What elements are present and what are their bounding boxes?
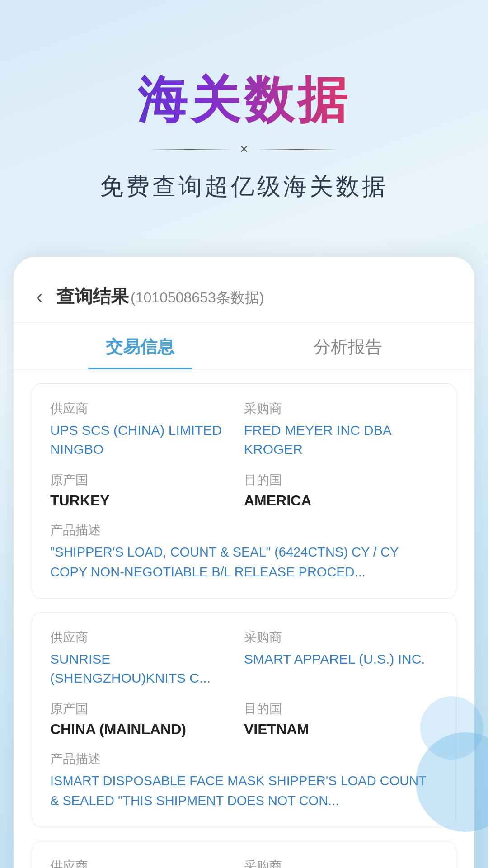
supplier-label-2: 供应商 [50, 629, 244, 646]
record-row-origin-dest-1: 原产国 TURKEY 目的国 AMERICA [50, 472, 438, 509]
product-row-1: 产品描述 "SHIPPER'S LOAD, COUNT & SEAL" (642… [50, 522, 438, 582]
buyer-col-1: 采购商 FRED MEYER INC DBA KROGER [244, 400, 438, 459]
record-card-2[interactable]: 供应商 SUNRISE (SHENGZHOU)KNITS C... 采购商 SM… [32, 612, 456, 827]
divider-left [150, 149, 231, 150]
supplier-value-2: SUNRISE (SHENGZHOU)KNITS C... [50, 650, 244, 688]
supplier-label-1: 供应商 [50, 400, 244, 417]
buyer-label-2: 采购商 [244, 629, 438, 646]
destination-label-1: 目的国 [244, 472, 438, 489]
record-card-1[interactable]: 供应商 UPS SCS (CHINA) LIMITED NINGBO 采购商 F… [32, 383, 456, 599]
origin-value-1: TURKEY [50, 492, 244, 509]
divider-row: × [27, 141, 461, 157]
origin-col-1: 原产国 TURKEY [50, 472, 244, 509]
destination-value-1: AMERICA [244, 492, 438, 509]
tab-analysis[interactable]: 分析报告 [244, 323, 452, 369]
buyer-value-1: FRED MEYER INC DBA KROGER [244, 421, 438, 459]
product-value-2: ISMART DISPOSABLE FACE MASK SHIPPER'S LO… [50, 771, 438, 811]
record-card-3[interactable]: 供应商 ACROSS LOGISTICS (SHENZHEN) LIMITED … [32, 841, 456, 868]
buyer-value-2: SMART APPAREL (U.S.) INC. [244, 650, 438, 669]
record-row-origin-dest-2: 原产国 CHINA (MAINLAND) 目的国 VIETNAM [50, 700, 438, 738]
buyer-col-3: 采购商 AMS CONTAINER [244, 858, 438, 868]
origin-value-2: CHINA (MAINLAND) [50, 721, 244, 738]
tab-trade[interactable]: 交易信息 [36, 323, 244, 369]
tabs-row: 交易信息 分析报告 [14, 323, 474, 370]
destination-col-2: 目的国 VIETNAM [244, 700, 438, 738]
record-row-supplier-buyer-2: 供应商 SUNRISE (SHENGZHOU)KNITS C... 采购商 SM… [50, 629, 438, 688]
record-row-supplier-buyer-3: 供应商 ACROSS LOGISTICS (SHENZHEN) LIMITED … [50, 858, 438, 868]
origin-col-2: 原产国 CHINA (MAINLAND) [50, 700, 244, 738]
supplier-col-1: 供应商 UPS SCS (CHINA) LIMITED NINGBO [50, 400, 244, 459]
divider-right [257, 149, 338, 150]
record-row-supplier-buyer-1: 供应商 UPS SCS (CHINA) LIMITED NINGBO 采购商 F… [50, 400, 438, 459]
supplier-col-3: 供应商 ACROSS LOGISTICS (SHENZHEN) LIMITED [50, 858, 244, 868]
origin-label-2: 原产国 [50, 700, 244, 717]
buyer-col-2: 采购商 SMART APPAREL (U.S.) INC. [244, 629, 438, 688]
query-title: 查询结果 [56, 286, 129, 306]
divider-x: × [240, 141, 249, 157]
subtitle: 免费查询超亿级海关数据 [27, 171, 461, 203]
query-title-group: 查询结果 (1010508653条数据) [56, 284, 264, 309]
origin-label-1: 原产国 [50, 472, 244, 489]
buyer-label-3: 采购商 [244, 858, 438, 868]
destination-label-2: 目的国 [244, 700, 438, 717]
product-label-2: 产品描述 [50, 750, 438, 768]
supplier-label-3: 供应商 [50, 858, 244, 868]
query-count: (1010508653条数据) [131, 289, 264, 306]
main-title: 海关数据 [27, 72, 461, 127]
product-value-1: "SHIPPER'S LOAD, COUNT & SEAL" (6424CTNS… [50, 542, 438, 582]
back-button[interactable]: ‹ [36, 287, 43, 307]
supplier-value-1: UPS SCS (CHINA) LIMITED NINGBO [50, 421, 244, 459]
query-header: ‹ 查询结果 (1010508653条数据) [14, 275, 474, 323]
product-label-1: 产品描述 [50, 522, 438, 539]
header-section: 海关数据 × 免费查询超亿级海关数据 [0, 0, 488, 239]
destination-col-1: 目的国 AMERICA [244, 472, 438, 509]
card-container: ‹ 查询结果 (1010508653条数据) 交易信息 分析报告 供应商 UPS… [14, 257, 474, 868]
destination-value-2: VIETNAM [244, 721, 438, 738]
supplier-col-2: 供应商 SUNRISE (SHENGZHOU)KNITS C... [50, 629, 244, 688]
product-row-2: 产品描述 ISMART DISPOSABLE FACE MASK SHIPPER… [50, 750, 438, 811]
buyer-label-1: 采购商 [244, 400, 438, 417]
